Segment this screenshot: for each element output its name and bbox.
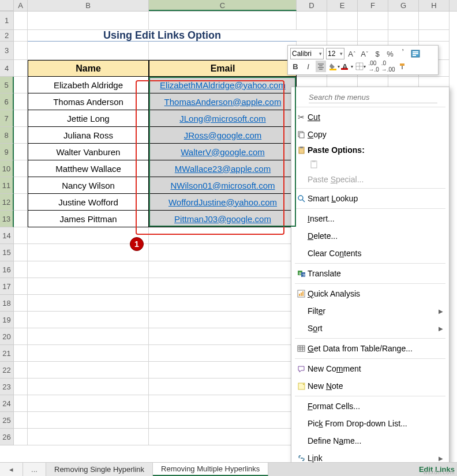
row-header-26[interactable]: 26 bbox=[0, 429, 14, 445]
font-size-select[interactable]: 12▾ bbox=[326, 48, 344, 59]
cell-B13[interactable]: James Pittman bbox=[28, 211, 149, 227]
cell-B9[interactable]: Walter Vanburen bbox=[28, 144, 149, 160]
menu-pick-list[interactable]: Pick From Drop-down List... bbox=[291, 415, 449, 432]
cell-A19[interactable] bbox=[14, 312, 28, 328]
row-header-24[interactable]: 24 bbox=[0, 395, 14, 412]
fill-color-icon[interactable]: ▾ bbox=[328, 61, 340, 72]
bold-button[interactable]: B bbox=[290, 61, 301, 72]
cell-B17[interactable] bbox=[28, 278, 149, 295]
col-header-F[interactable]: F bbox=[358, 0, 388, 11]
cell-B16[interactable] bbox=[28, 261, 149, 278]
cell-A22[interactable] bbox=[14, 362, 28, 378]
cell-A5[interactable] bbox=[14, 77, 28, 93]
col-header-B[interactable]: B bbox=[28, 0, 149, 11]
cell-A11[interactable] bbox=[14, 177, 28, 194]
cell-B12[interactable]: Justine Wofford bbox=[28, 194, 149, 211]
cell-A3[interactable] bbox=[14, 42, 28, 60]
menu-delete[interactable]: Delete... bbox=[291, 227, 449, 245]
menu-insert[interactable]: Insert... bbox=[291, 210, 449, 227]
cell-C4[interactable]: Email bbox=[149, 60, 297, 77]
row-header-5[interactable]: 5 bbox=[0, 77, 14, 93]
cell-C18[interactable] bbox=[149, 295, 297, 312]
row-header-20[interactable]: 20 bbox=[0, 328, 14, 345]
sheet-tab-1[interactable]: Removing Single Hyperlink bbox=[46, 463, 153, 476]
cell-C15[interactable] bbox=[149, 244, 297, 261]
cell-A6[interactable] bbox=[14, 93, 28, 110]
cell-C9[interactable]: WalterV@google.com bbox=[149, 144, 297, 160]
cell-D1[interactable] bbox=[297, 12, 327, 30]
format-painter-icon[interactable] bbox=[398, 61, 408, 72]
select-all-corner[interactable] bbox=[0, 0, 14, 11]
decrease-decimal-icon[interactable]: .00→.0 bbox=[368, 61, 379, 72]
cell-B2[interactable]: Using Edit Links Option bbox=[28, 30, 297, 42]
col-header-E[interactable]: E bbox=[327, 0, 358, 11]
cell-A2[interactable] bbox=[14, 30, 28, 42]
cell-A13[interactable] bbox=[14, 211, 28, 227]
menu-new-note[interactable]: New Note bbox=[291, 377, 449, 395]
cell-A10[interactable] bbox=[14, 160, 28, 177]
cell-A12[interactable] bbox=[14, 194, 28, 211]
cell-H2[interactable] bbox=[419, 30, 449, 42]
row-header-4[interactable]: 4 bbox=[0, 60, 14, 77]
italic-button[interactable]: I bbox=[303, 61, 313, 72]
row-header-18[interactable]: 18 bbox=[0, 295, 14, 312]
increase-decimal-icon[interactable]: .0→.00 bbox=[381, 61, 395, 72]
cell-B11[interactable]: Nancy Wilson bbox=[28, 177, 149, 194]
col-header-A[interactable]: A bbox=[14, 0, 28, 11]
accounting-format-icon[interactable]: $ bbox=[372, 48, 383, 59]
comma-format-icon[interactable]: 𝄒 bbox=[398, 48, 408, 59]
row-header-3[interactable]: 3 bbox=[0, 42, 14, 60]
col-header-D[interactable]: D bbox=[297, 0, 327, 11]
row-header-21[interactable]: 21 bbox=[0, 345, 14, 362]
cell-B21[interactable] bbox=[28, 345, 149, 362]
cell-B24[interactable] bbox=[28, 395, 149, 412]
cell-B25[interactable] bbox=[28, 412, 149, 429]
sheet-tab-2[interactable]: Removing Multiple Hyperlinks bbox=[153, 463, 268, 476]
cell-C12[interactable]: WoffordJustine@yahoo.com bbox=[149, 194, 297, 211]
conditional-format-icon[interactable] bbox=[410, 48, 421, 59]
cell-F2[interactable] bbox=[358, 30, 388, 42]
cell-H1[interactable] bbox=[419, 12, 449, 30]
row-header-13[interactable]: 13 bbox=[0, 211, 14, 227]
cell-C13[interactable]: PittmanJ03@google.com bbox=[149, 211, 297, 227]
cell-B4[interactable]: Name bbox=[28, 60, 149, 77]
row-header-10[interactable]: 10 bbox=[0, 160, 14, 177]
row-header-15[interactable]: 15 bbox=[0, 244, 14, 261]
cell-C25[interactable] bbox=[149, 412, 297, 429]
cell-B3[interactable] bbox=[28, 42, 149, 60]
percent-format-icon[interactable]: % bbox=[385, 48, 395, 59]
row-header-11[interactable]: 11 bbox=[0, 177, 14, 194]
align-center-icon[interactable] bbox=[316, 61, 326, 72]
cell-C21[interactable] bbox=[149, 345, 297, 362]
font-family-select[interactable]: Calibri▾ bbox=[290, 48, 324, 59]
row-header-16[interactable]: 16 bbox=[0, 261, 14, 278]
row-header-17[interactable]: 17 bbox=[0, 278, 14, 295]
cell-E1[interactable] bbox=[327, 12, 358, 30]
cell-A16[interactable] bbox=[14, 261, 28, 278]
tab-nav-more[interactable]: ... bbox=[23, 463, 46, 476]
cell-C16[interactable] bbox=[149, 261, 297, 278]
col-header-H[interactable]: H bbox=[419, 0, 449, 11]
cell-A9[interactable] bbox=[14, 144, 28, 160]
cell-B6[interactable]: Thomas Anderson bbox=[28, 93, 149, 110]
cell-B5[interactable]: Elizabeth Aldridge bbox=[28, 77, 149, 93]
cell-C3[interactable] bbox=[149, 42, 297, 60]
cell-C5[interactable]: ElizabethMAldridge@yahoo.com bbox=[149, 77, 297, 93]
cell-G1[interactable] bbox=[388, 12, 419, 30]
cell-A21[interactable] bbox=[14, 345, 28, 362]
cell-B26[interactable] bbox=[28, 429, 149, 445]
row-header-9[interactable]: 9 bbox=[0, 144, 14, 160]
cell-A14[interactable] bbox=[14, 227, 28, 244]
cell-C19[interactable] bbox=[149, 312, 297, 328]
cell-A18[interactable] bbox=[14, 295, 28, 312]
row-header-12[interactable]: 12 bbox=[0, 194, 14, 211]
borders-icon[interactable]: ▾ bbox=[355, 61, 366, 72]
cell-E2[interactable] bbox=[327, 30, 358, 42]
cell-D2[interactable] bbox=[297, 30, 327, 42]
menu-sort[interactable]: Sort▶ bbox=[291, 320, 449, 337]
cell-A26[interactable] bbox=[14, 429, 28, 445]
menu-paste-default[interactable] bbox=[291, 157, 449, 172]
cell-C17[interactable] bbox=[149, 278, 297, 295]
cell-C7[interactable]: JLong@microsoft.com bbox=[149, 110, 297, 127]
cell-B18[interactable] bbox=[28, 295, 149, 312]
